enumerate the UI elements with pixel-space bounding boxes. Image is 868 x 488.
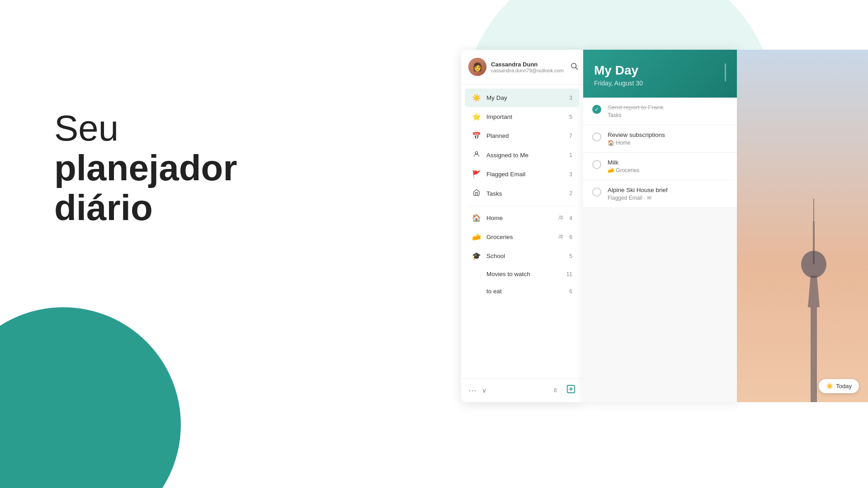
- sidebar-item-movies[interactable]: Movies to watch 11: [465, 266, 580, 282]
- myday-date: Friday, August 30: [594, 80, 726, 87]
- footer-count: 6: [554, 387, 557, 394]
- assigned-icon: [472, 150, 481, 160]
- sidebar-item-home[interactable]: 🏠 Home 4: [465, 209, 580, 227]
- task-title: Send report to Frank: [608, 104, 728, 111]
- sidebar-nav: ☀️ My Day 3 ⭐ Important 5 📅 Planned 7: [461, 84, 583, 378]
- home-list-label: Home: [486, 215, 552, 221]
- myday-panel: My Day Friday, August 30 Send report to …: [583, 50, 737, 402]
- today-label: Today: [836, 383, 852, 389]
- movies-label: Movies to watch: [486, 271, 561, 277]
- task-content: Milk 🧀 Groceries: [608, 159, 728, 174]
- user-name: Cassandra Dunn: [491, 61, 564, 68]
- important-icon: ⭐: [472, 113, 481, 121]
- groceries-icon: 🧀: [472, 233, 481, 241]
- flagged-label: Flagged Email: [486, 171, 564, 178]
- hero-line2: planejador: [54, 148, 237, 188]
- myday-title: My Day: [594, 63, 726, 78]
- sidebar-item-important[interactable]: ⭐ Important 5: [465, 108, 580, 126]
- assigned-count: 1: [569, 152, 572, 158]
- tasks-label: Tasks: [486, 190, 564, 197]
- avatar-image: 👩: [468, 58, 486, 76]
- my-day-label: My Day: [486, 94, 564, 101]
- myday-tasks-list: Send report to Frank Tasks Review subscr…: [583, 98, 737, 402]
- movies-count: 11: [566, 271, 572, 277]
- groceries-shared-icon: [558, 234, 564, 241]
- task-content: Send report to Frank Tasks: [608, 104, 728, 118]
- add-list-button[interactable]: [566, 384, 576, 397]
- sidebar-item-flagged[interactable]: 🚩 Flagged Email 3: [465, 165, 580, 183]
- berlin-tower-illustration: [782, 194, 845, 402]
- task-checkbox[interactable]: [592, 160, 601, 169]
- task-subtitle: 🏠 Home: [608, 140, 728, 146]
- svg-rect-13: [813, 221, 815, 264]
- photo-panel: ☀️ Today: [737, 50, 868, 402]
- svg-point-5: [560, 235, 561, 236]
- school-count: 5: [569, 253, 572, 259]
- scroll-indicator: [725, 63, 726, 81]
- today-sun-icon: ☀️: [826, 383, 833, 389]
- more-options-icon[interactable]: ⋯: [468, 385, 476, 395]
- avatar: 👩: [468, 58, 486, 76]
- my-day-count: 3: [569, 95, 572, 101]
- task-checkbox[interactable]: [592, 188, 601, 197]
- important-label: Important: [486, 113, 564, 120]
- task-content: Alpine Ski House brief Flagged Email · ✉: [608, 187, 728, 201]
- home-list-count: 4: [569, 215, 572, 221]
- svg-point-3: [560, 216, 561, 217]
- today-button[interactable]: ☀️ Today: [819, 379, 859, 393]
- task-item[interactable]: Alpine Ski House brief Flagged Email · ✉: [583, 180, 737, 208]
- sidebar-item-groceries[interactable]: 🧀 Groceries 6: [465, 228, 580, 246]
- sidebar-header: 👩 Cassandra Dunn cassandra.dunn79@outloo…: [461, 50, 583, 84]
- important-count: 5: [569, 114, 572, 120]
- sidebar-item-planned[interactable]: 📅 Planned 7: [465, 127, 580, 145]
- hero-line1: Seu: [54, 108, 237, 148]
- expand-icon[interactable]: ∨: [482, 387, 486, 394]
- bg-teal-decoration: [0, 307, 181, 488]
- planned-label: Planned: [486, 132, 564, 139]
- svg-rect-10: [811, 307, 817, 402]
- task-item[interactable]: Milk 🧀 Groceries: [583, 153, 737, 180]
- user-email: cassandra.dunn79@outlook.com: [491, 68, 564, 73]
- planned-count: 7: [569, 133, 572, 139]
- hero-section: Seu planejador diário: [54, 108, 237, 228]
- sidebar-item-toeat[interactable]: to eat 6: [465, 283, 580, 300]
- task-subtitle: 🧀 Groceries: [608, 167, 728, 174]
- task-subtitle: Flagged Email · ✉: [608, 195, 728, 201]
- home-list-icon: 🏠: [472, 214, 481, 222]
- planned-icon: 📅: [472, 131, 481, 140]
- flagged-count: 3: [569, 171, 572, 178]
- sidebar-item-tasks[interactable]: Tasks 2: [465, 184, 580, 203]
- svg-point-2: [475, 152, 477, 154]
- sidebar-divider: [468, 206, 576, 206]
- app-container: 👩 Cassandra Dunn cassandra.dunn79@outloo…: [461, 50, 868, 402]
- task-subtitle: Tasks: [608, 112, 728, 118]
- svg-point-4: [561, 216, 563, 217]
- home-shared-icon: [558, 215, 564, 222]
- task-item[interactable]: Send report to Frank Tasks: [583, 98, 737, 125]
- groceries-label: Groceries: [486, 234, 552, 240]
- school-label: School: [486, 253, 564, 259]
- task-title: Review subscriptions: [608, 131, 728, 138]
- my-day-icon: ☀️: [472, 94, 481, 102]
- search-icon[interactable]: [568, 60, 580, 74]
- svg-point-6: [561, 235, 563, 236]
- groceries-count: 6: [569, 234, 572, 240]
- sidebar: 👩 Cassandra Dunn cassandra.dunn79@outloo…: [461, 50, 583, 402]
- user-info: Cassandra Dunn cassandra.dunn79@outlook.…: [491, 61, 564, 73]
- sidebar-item-school[interactable]: 🎓 School 5: [465, 247, 580, 265]
- flagged-icon: 🚩: [472, 170, 481, 178]
- svg-line-1: [576, 67, 577, 69]
- tasks-count: 2: [569, 190, 572, 197]
- task-checkbox[interactable]: [592, 132, 601, 141]
- hero-line3: diário: [54, 188, 237, 228]
- tasks-icon: [472, 189, 481, 198]
- assigned-label: Assigned to Me: [486, 152, 564, 159]
- sidebar-item-my-day[interactable]: ☀️ My Day 3: [465, 89, 580, 107]
- myday-header: My Day Friday, August 30: [583, 50, 737, 98]
- task-title: Milk: [608, 159, 728, 166]
- task-content: Review subscriptions 🏠 Home: [608, 131, 728, 146]
- task-checkbox[interactable]: [592, 105, 601, 114]
- task-item[interactable]: Review subscriptions 🏠 Home: [583, 125, 737, 153]
- sidebar-item-assigned[interactable]: Assigned to Me 1: [465, 145, 580, 164]
- toeat-label: to eat: [486, 288, 564, 295]
